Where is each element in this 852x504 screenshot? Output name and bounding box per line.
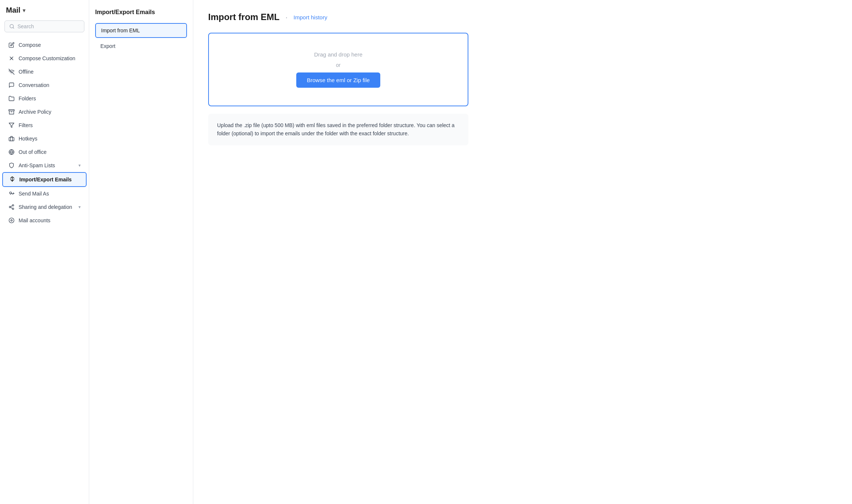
- compose-label: Compose: [19, 42, 41, 48]
- export-label: Export: [100, 43, 115, 49]
- anti-spam-label: Anti-Spam Lists: [19, 162, 55, 168]
- sidebar-item-compose-customization[interactable]: Compose Customization: [2, 52, 87, 65]
- folders-label: Folders: [19, 96, 36, 101]
- import-history-link[interactable]: Import history: [294, 14, 327, 20]
- archive-policy-label: Archive Policy: [19, 109, 51, 115]
- compose-customization-label: Compose Customization: [19, 55, 75, 61]
- app-title-chevron: ▾: [23, 7, 25, 13]
- folders-icon: [8, 95, 15, 102]
- svg-point-21: [11, 220, 12, 221]
- app-title[interactable]: Mail ▾: [0, 6, 89, 20]
- sidebar-item-anti-spam[interactable]: Anti-Spam Lists ▾: [2, 159, 87, 172]
- info-text: Upload the .zip file (upto 500 MB) with …: [217, 121, 459, 138]
- import-eml-label: Import from EML: [101, 28, 140, 33]
- hotkeys-icon: [8, 135, 15, 142]
- filters-label: Filters: [19, 122, 33, 128]
- search-placeholder: Search: [17, 23, 34, 29]
- search-icon: [9, 24, 14, 29]
- main-header: Import from EML · Import history: [208, 12, 837, 22]
- sidebar-item-conversation[interactable]: Conversation: [2, 78, 87, 92]
- svg-marker-9: [9, 123, 14, 127]
- middle-panel-title: Import/Export Emails: [95, 9, 187, 16]
- sharing-chevron: ▾: [78, 204, 81, 210]
- compose-customization-icon: [8, 55, 15, 62]
- info-box: Upload the .zip file (upto 500 MB) with …: [208, 114, 468, 145]
- sidebar-item-sharing[interactable]: Sharing and delegation ▾: [2, 200, 87, 214]
- import-export-icon: [9, 176, 16, 183]
- offline-icon: [8, 68, 15, 75]
- app-title-text: Mail: [6, 6, 20, 14]
- drop-zone[interactable]: Drag and drop here or Browse the eml or …: [208, 33, 468, 106]
- conversation-icon: [8, 82, 15, 88]
- sub-nav-export[interactable]: Export: [95, 39, 187, 53]
- send-mail-as-label: Send Mail As: [19, 191, 49, 197]
- svg-rect-7: [9, 110, 14, 111]
- sidebar: Mail ▾ Search Compose Compose Cust: [0, 0, 89, 504]
- svg-line-1: [13, 28, 14, 29]
- mail-accounts-icon: [8, 217, 15, 224]
- mail-accounts-label: Mail accounts: [19, 217, 51, 223]
- compose-icon: [8, 42, 15, 48]
- send-mail-as-icon: [8, 190, 15, 197]
- sidebar-item-offline[interactable]: Offline: [2, 65, 87, 78]
- out-of-office-label: Out of office: [19, 149, 46, 155]
- drop-zone-text: Drag and drop here: [314, 51, 362, 58]
- sharing-label: Sharing and delegation: [19, 204, 72, 210]
- svg-line-19: [11, 206, 13, 207]
- anti-spam-chevron: ▾: [78, 163, 81, 168]
- sidebar-item-archive-policy[interactable]: Archive Policy: [2, 105, 87, 119]
- svg-point-4: [11, 58, 12, 58]
- main-content: Import from EML · Import history Drag an…: [193, 0, 852, 504]
- filters-icon: [8, 122, 15, 129]
- svg-line-18: [11, 207, 13, 209]
- sharing-icon: [8, 204, 15, 210]
- archive-icon: [8, 109, 15, 115]
- sidebar-item-filters[interactable]: Filters: [2, 119, 87, 132]
- import-export-label: Import/Export Emails: [19, 177, 72, 182]
- separator: ·: [285, 13, 288, 22]
- sidebar-item-folders[interactable]: Folders: [2, 92, 87, 105]
- sidebar-item-hotkeys[interactable]: Hotkeys: [2, 132, 87, 145]
- offline-label: Offline: [19, 69, 33, 75]
- out-of-office-icon: [8, 149, 15, 155]
- sidebar-item-mail-accounts[interactable]: Mail accounts: [2, 214, 87, 227]
- sub-nav-import-eml[interactable]: Import from EML: [95, 23, 187, 38]
- conversation-label: Conversation: [19, 82, 49, 88]
- browse-button[interactable]: Browse the eml or Zip file: [296, 72, 380, 88]
- sidebar-item-send-mail-as[interactable]: Send Mail As: [2, 187, 87, 200]
- middle-panel: Import/Export Emails Import from EML Exp…: [89, 0, 193, 504]
- search-box[interactable]: Search: [4, 20, 84, 32]
- sidebar-item-compose[interactable]: Compose: [2, 38, 87, 52]
- sidebar-item-import-export[interactable]: Import/Export Emails: [2, 172, 87, 187]
- page-title: Import from EML: [208, 12, 280, 22]
- hotkeys-label: Hotkeys: [19, 136, 38, 142]
- svg-point-20: [9, 218, 14, 223]
- svg-rect-10: [9, 138, 14, 141]
- or-text: or: [336, 62, 341, 68]
- anti-spam-icon: [8, 162, 15, 169]
- sidebar-item-out-of-office[interactable]: Out of office: [2, 145, 87, 159]
